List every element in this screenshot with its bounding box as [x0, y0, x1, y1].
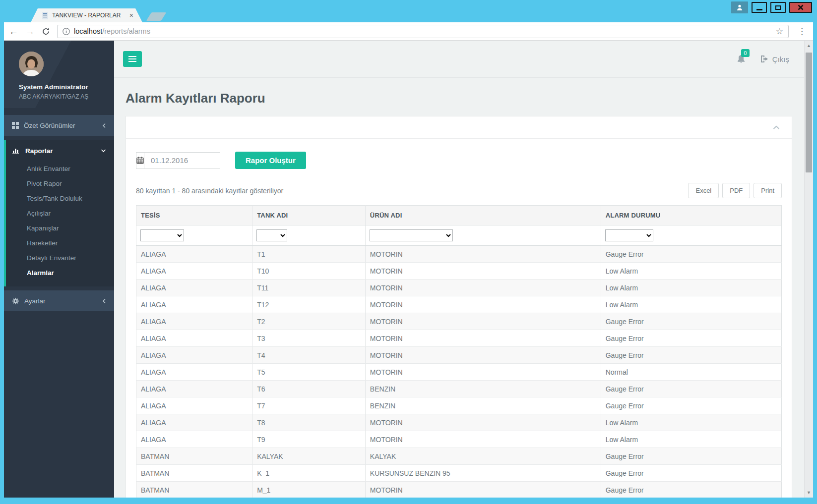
- sidebar-subitem-anlik-envanter[interactable]: Anlık Envanter: [6, 162, 114, 176]
- table-cell: MOTORIN: [365, 263, 601, 280]
- table-row: ALIAGAT6BENZINGauge Error: [136, 381, 782, 397]
- url-text: localhost/reports/alarms: [74, 27, 150, 35]
- bar-chart-icon: [12, 147, 20, 154]
- scrollbar-thumb[interactable]: [806, 53, 812, 172]
- profile-avatar-button[interactable]: [731, 1, 748, 13]
- tab-close-icon[interactable]: ×: [129, 12, 133, 19]
- tesis-filter-select[interactable]: [140, 229, 184, 241]
- sidebar-toggle-button[interactable]: [123, 51, 142, 67]
- browser-tab[interactable]: TANKVIEW - RAPORLAR ×: [31, 8, 142, 22]
- table-cell: Low Alarm: [601, 414, 781, 431]
- sidebar-subitem-hareketler[interactable]: Hareketler: [6, 236, 114, 251]
- table-cell: ALIAGA: [136, 347, 252, 364]
- table-cell: Gauge Error: [601, 381, 781, 397]
- table-header-row: TESİS TANK ADI ÜRÜN ADI ALARM DURUMU: [136, 206, 782, 225]
- table-row: ALIAGAT5MOTORINNormal: [136, 364, 782, 381]
- new-tab-button[interactable]: [146, 12, 167, 21]
- table-cell: ALIAGA: [136, 397, 252, 414]
- url-host: localhost: [74, 27, 102, 35]
- tank-adi-filter-select[interactable]: [256, 229, 287, 241]
- minimize-button[interactable]: [752, 2, 767, 13]
- table-row: ALIAGAT12MOTORINLow Alarm: [136, 296, 782, 313]
- user-name: System Administrator: [19, 83, 114, 91]
- table-cell: Gauge Error: [601, 330, 781, 347]
- table-cell: Gauge Error: [601, 465, 781, 482]
- date-row: Rapor Oluştur: [136, 152, 782, 169]
- sidebar-item-settings[interactable]: Ayarlar: [4, 290, 114, 311]
- table-cell: MOTORIN: [365, 347, 601, 364]
- table-cell: T6: [252, 381, 366, 397]
- table-cell: Low Alarm: [601, 431, 781, 448]
- sidebar-item-reports[interactable]: Raporlar: [6, 140, 114, 162]
- sidebar-subitem-detayli-envanter[interactable]: Detaylı Envanter: [6, 251, 114, 266]
- column-header-tesis: TESİS: [136, 206, 252, 225]
- sidebar-subitem-pivot-rapor[interactable]: Pivot Rapor: [6, 176, 114, 191]
- table-filter-row: [136, 225, 782, 246]
- table-cell: ALIAGA: [136, 431, 252, 448]
- table-cell: T7: [252, 397, 366, 414]
- table-cell: MOTORIN: [365, 280, 601, 296]
- table-cell: ALIAGA: [136, 263, 252, 280]
- sidebar-subitem-acilislar[interactable]: Açılışlar: [6, 206, 114, 221]
- notifications-button[interactable]: 0: [736, 54, 746, 64]
- report-date-input[interactable]: [144, 153, 250, 168]
- app-topbar: 0 Çıkış: [114, 41, 804, 78]
- export-print-button[interactable]: Print: [754, 183, 782, 198]
- logout-icon: [760, 55, 768, 63]
- close-button[interactable]: [789, 2, 812, 13]
- table-cell: Gauge Error: [601, 246, 781, 263]
- back-icon[interactable]: ←: [9, 27, 18, 36]
- export-pdf-button[interactable]: PDF: [722, 183, 750, 198]
- table-cell: T11: [252, 280, 366, 296]
- table-cell: T9: [252, 431, 366, 448]
- sidebar-item-overview[interactable]: Özet Görünümler: [4, 115, 114, 136]
- table-cell: Gauge Error: [601, 313, 781, 330]
- export-excel-button[interactable]: Excel: [688, 183, 719, 198]
- scroll-up-icon[interactable]: ▲: [805, 43, 813, 48]
- generate-report-button[interactable]: Rapor Oluştur: [235, 152, 306, 169]
- table-row: ALIAGAT10MOTORINLow Alarm: [136, 263, 782, 280]
- alarm-durumu-filter-select[interactable]: [605, 229, 653, 241]
- table-row: ALIAGAT8MOTORINLow Alarm: [136, 414, 782, 431]
- info-icon[interactable]: [63, 28, 70, 35]
- table-cell: BENZIN: [365, 397, 601, 414]
- column-header-urun-adi: ÜRÜN ADI: [365, 206, 601, 225]
- calendar-icon[interactable]: [136, 153, 144, 168]
- page-title: Alarm Kayıtları Raporu: [126, 91, 804, 106]
- refresh-icon[interactable]: [42, 27, 50, 36]
- bookmark-star-icon[interactable]: ☆: [776, 26, 783, 37]
- table-row: ALIAGAT1MOTORINGauge Error: [136, 246, 782, 263]
- table-cell: ALIAGA: [136, 280, 252, 296]
- table-cell: M_1: [252, 482, 366, 498]
- table-cell: MOTORIN: [365, 414, 601, 431]
- table-cell: MOTORIN: [365, 246, 601, 263]
- scroll-down-icon[interactable]: ▼: [805, 490, 813, 495]
- maximize-icon: [775, 5, 781, 10]
- table-cell: MOTORIN: [365, 364, 601, 381]
- collapse-chevron-up-icon[interactable]: [773, 125, 780, 130]
- favicon-icon: [42, 12, 49, 19]
- main-content: 0 Çıkış Alarm Kayıtları Raporu: [114, 41, 804, 498]
- browser-menu-icon[interactable]: ⋮: [796, 26, 808, 37]
- urun-adi-filter-select[interactable]: [370, 229, 453, 241]
- panel-header: [126, 116, 792, 139]
- sidebar-subitem-kapanislar[interactable]: Kapanışlar: [6, 221, 114, 236]
- table-cell: ALIAGA: [136, 330, 252, 347]
- export-buttons: Excel PDF Print: [688, 183, 782, 198]
- table-cell: Gauge Error: [601, 448, 781, 465]
- address-bar[interactable]: localhost/reports/alarms ☆: [57, 25, 789, 38]
- sidebar-subitem-alarmlar[interactable]: Alarmlar: [6, 266, 114, 280]
- logout-button[interactable]: Çıkış: [760, 55, 789, 63]
- report-panel: Rapor Oluştur 80 kayıttan 1 - 80 arasınd…: [126, 116, 792, 498]
- table-cell: KALYAK: [365, 448, 601, 465]
- tab-title: TANKVIEW - RAPORLAR: [52, 12, 126, 19]
- alarm-report-table: TESİS TANK ADI ÜRÜN ADI ALARM DURUMU: [136, 205, 782, 498]
- app-viewport: System Administrator ABC AKARYAKIT/GAZ A…: [4, 41, 813, 498]
- logout-label: Çıkış: [772, 55, 789, 63]
- sidebar-subitem-tesis-tank-doluluk[interactable]: Tesis/Tank Doluluk: [6, 191, 114, 206]
- browser-window: TANKVIEW - RAPORLAR × ← → localhost/repo…: [0, 0, 817, 504]
- table-cell: BATMAN: [136, 465, 252, 482]
- maximize-button[interactable]: [770, 2, 786, 13]
- table-cell: ALIAGA: [136, 313, 252, 330]
- table-cell: Gauge Error: [601, 347, 781, 364]
